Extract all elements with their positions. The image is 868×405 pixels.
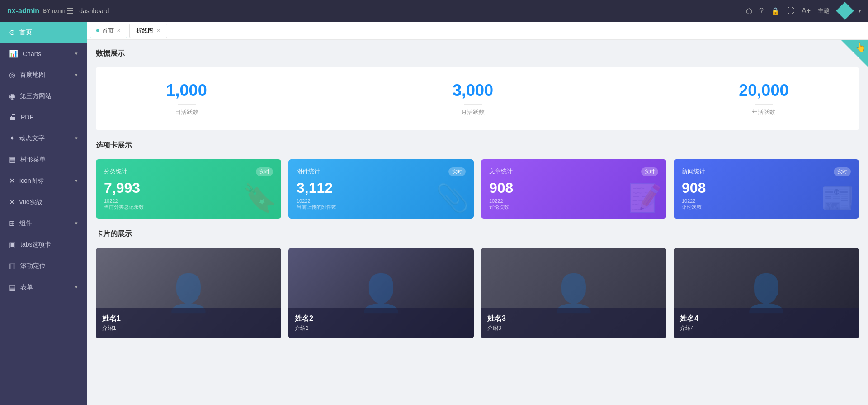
home-icon: ⊙: [9, 28, 15, 37]
github-icon[interactable]: ⬡: [746, 7, 752, 15]
fullscreen-icon[interactable]: ⛶: [787, 7, 794, 15]
sidebar-item-icon-menu[interactable]: ✕ icon图标 ▾: [0, 170, 87, 191]
stat-divider: [178, 104, 196, 105]
person-card-overlay-1: 姓名1 介绍1: [96, 308, 281, 338]
third-party-icon: ◉: [9, 92, 15, 100]
topbar-title: dashboard: [79, 7, 109, 14]
chevron-down-icon[interactable]: ▾: [859, 9, 861, 14]
card-badge: 实时: [834, 167, 851, 176]
tab-home[interactable]: 首页 ✕: [90, 24, 127, 38]
sidebar-item-label: 树形菜单: [20, 156, 78, 164]
card-header: 附件统计 实时: [297, 167, 466, 176]
card-badge: 实时: [448, 167, 466, 176]
tab-line-chart[interactable]: 折线图 ✕: [129, 24, 167, 38]
stat-separator: [330, 85, 330, 112]
card-number: 908: [489, 180, 658, 196]
person-card-1[interactable]: 👤 姓名1 介绍1: [96, 248, 281, 338]
person-card-3[interactable]: 👤 姓名3 介绍3: [481, 248, 666, 338]
stat-yearly-label: 年活跃数: [739, 108, 788, 116]
stat-divider: [464, 104, 482, 105]
brand-nxmin: nxmin: [52, 8, 66, 14]
card-detail: 评论次数: [489, 204, 658, 210]
sidebar-item-tree-menu[interactable]: ▤ 树形菜单: [0, 149, 87, 170]
sidebar-item-components[interactable]: ⊞ 组件 ▾: [0, 213, 87, 234]
card-header: 文章统计 实时: [489, 167, 658, 176]
person-cards-row: 👤 姓名1 介绍1 👤 姓名2 介绍2 👤 姓名: [96, 248, 859, 338]
person-detail-1: 介绍1: [102, 324, 275, 332]
theme-button[interactable]: 主题: [818, 7, 830, 15]
sidebar-item-label: 百度地图: [20, 71, 71, 79]
sidebar-item-pdf[interactable]: 🖨 PDF: [0, 107, 87, 128]
tab-home-close[interactable]: ✕: [117, 28, 121, 33]
option-card-attachment: 附件统计 实时 3,112 10222 当前上传的附件数 📎: [288, 159, 474, 219]
tabs-bar: 首页 ✕ 折线图 ✕: [87, 22, 868, 40]
person-detail-2: 介绍2: [295, 324, 467, 332]
sidebar-item-form[interactable]: ▤ 表单 ▾: [0, 276, 87, 298]
card-number: 908: [682, 180, 851, 196]
sidebar-item-charts[interactable]: 📊 Charts ▾: [0, 43, 87, 64]
stat-monthly-number: 3,000: [453, 81, 493, 100]
person-name-4: 姓名4: [680, 314, 853, 324]
sidebar-item-third-party[interactable]: ◉ 第三方网站: [0, 86, 87, 107]
sidebar-item-label: 动态文字: [19, 134, 71, 143]
card-title: 分类统计: [104, 167, 127, 176]
card-sub: 10222: [489, 198, 658, 204]
option-card-article: 文章统计 实时 908 10222 评论次数 📝: [481, 159, 666, 219]
person-card-overlay-3: 姓名3 介绍3: [481, 308, 666, 338]
sidebar-item-label: PDF: [21, 114, 78, 121]
sidebar-item-home[interactable]: ⊙ 首页: [0, 22, 87, 43]
tab-home-label: 首页: [102, 27, 114, 35]
sidebar-item-label: Charts: [23, 50, 71, 57]
brand: nx-admin BY nxmin: [7, 7, 66, 15]
option-card-category: 分类统计 实时 7,993 10222 当前分类总记录数 🔖: [96, 159, 281, 219]
stat-monthly: 3,000 月活跃数: [453, 81, 493, 116]
sidebar-item-dynamic-text[interactable]: ✦ 动态文字 ▾: [0, 128, 87, 149]
person-cards-section-title: 卡片的展示: [96, 229, 859, 239]
tab-dot: [96, 29, 99, 32]
chevron-icon: ▾: [75, 51, 78, 57]
topbar: nx-admin BY nxmin ☰ dashboard ⬡ ? 🔒 ⛶ A+…: [0, 0, 868, 22]
stats-row: 1,000 日活跃数 3,000 月活跃数 20,000 年活跃数: [96, 67, 859, 130]
question-icon[interactable]: ?: [760, 7, 764, 15]
theme-diamond-icon[interactable]: [836, 2, 854, 20]
brand-by: BY: [43, 8, 50, 14]
card-number: 3,112: [297, 180, 466, 196]
stat-separator: [616, 85, 616, 112]
stat-daily-number: 1,000: [166, 81, 207, 100]
card-badge: 实时: [641, 167, 658, 176]
scroll-icon: ▥: [9, 262, 16, 270]
main-content: 👆 数据展示 1,000 日活跃数 3,000 月活跃数 20,000: [87, 40, 868, 405]
stat-monthly-label: 月活跃数: [453, 108, 493, 116]
sidebar-item-tabs-card[interactable]: ▣ tabs选项卡: [0, 234, 87, 255]
option-cards-row: 分类统计 实时 7,993 10222 当前分类总记录数 🔖 附件统计 实时 3…: [96, 159, 859, 219]
tree-menu-icon: ▤: [9, 155, 16, 164]
menu-icon[interactable]: ☰: [66, 6, 74, 16]
stat-divider: [755, 104, 773, 105]
layout: ⊙ 首页 📊 Charts ▾ ◎ 百度地图 ▾ ◉ 第三方网站 🖨 PDF ✦…: [0, 22, 868, 405]
chevron-icon: ▾: [75, 135, 78, 141]
sidebar-item-label: 滚动定位: [20, 262, 78, 270]
card-sub: 10222: [682, 198, 851, 204]
person-detail-3: 介绍3: [487, 324, 660, 332]
card-title: 新闻统计: [682, 167, 705, 176]
stat-yearly-number: 20,000: [739, 81, 788, 100]
vue-icon: ✕: [9, 198, 15, 206]
sidebar-item-vue-battle[interactable]: ✕ vue实战: [0, 191, 87, 213]
person-card-2[interactable]: 👤 姓名2 介绍2: [288, 248, 474, 338]
card-title: 文章统计: [489, 167, 513, 176]
person-name-3: 姓名3: [487, 314, 660, 324]
sidebar-item-label: tabs选项卡: [20, 241, 78, 249]
tab-line-chart-label: 折线图: [136, 27, 154, 35]
data-section-title: 数据展示: [96, 49, 859, 58]
card-sub: 10222: [297, 198, 466, 204]
card-number: 7,993: [104, 180, 273, 196]
tab-line-chart-close[interactable]: ✕: [156, 28, 160, 33]
chevron-icon: ▾: [75, 72, 78, 78]
sidebar-item-baidu-map[interactable]: ◎ 百度地图 ▾: [0, 64, 87, 86]
lock-icon[interactable]: 🔒: [771, 7, 780, 15]
sidebar-item-label: icon图标: [19, 177, 71, 185]
font-icon[interactable]: A+: [802, 7, 811, 15]
person-card-4[interactable]: 👤 姓名4 介绍4: [674, 248, 859, 338]
person-name-2: 姓名2: [295, 314, 467, 324]
sidebar-item-scroll-pos[interactable]: ▥ 滚动定位: [0, 255, 87, 276]
